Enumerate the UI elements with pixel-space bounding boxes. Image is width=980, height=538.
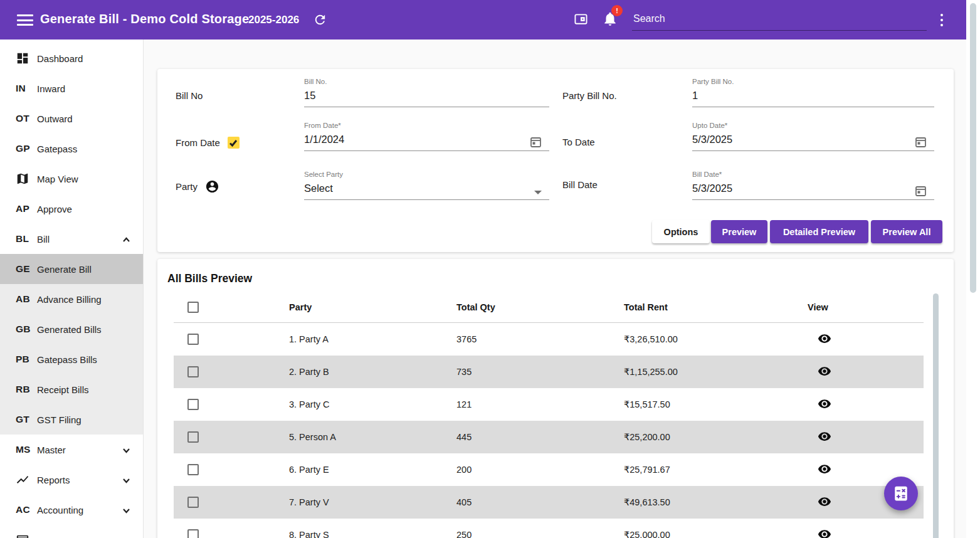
row-checkbox[interactable]: [187, 497, 199, 508]
person-icon: [205, 179, 219, 194]
abbr-badge: GT: [16, 414, 37, 425]
sidebar-item-approve[interactable]: AP Approve: [0, 194, 143, 224]
party-bill-no-input[interactable]: 1: [692, 90, 934, 107]
bill-date-field: Bill Date* 5/3/2025: [692, 171, 934, 200]
from-date-field: From Date* 1/1/2024: [304, 122, 549, 151]
sidebar-item-outward[interactable]: OT Outward: [0, 103, 143, 134]
eye-view-icon[interactable]: [818, 533, 831, 538]
calendar-icon[interactable]: [530, 136, 542, 148]
row-checkbox[interactable]: [187, 399, 199, 410]
refresh-icon[interactable]: [313, 13, 327, 27]
cell-party: 5. Person A: [289, 432, 456, 442]
row-checkbox[interactable]: [187, 334, 199, 345]
row-checkbox[interactable]: [187, 464, 199, 475]
eye-view-icon[interactable]: [818, 403, 831, 413]
row-checkbox[interactable]: [187, 431, 199, 443]
from-date-row-label: From Date: [176, 137, 240, 149]
sidebar-item-label: Master: [37, 445, 66, 455]
calculator-fab-button[interactable]: [884, 477, 918, 510]
upto-date-input[interactable]: 5/3/2025: [692, 134, 934, 151]
preview-all-button[interactable]: Preview All: [871, 220, 942, 243]
from-date-input[interactable]: 1/1/2024: [304, 134, 549, 151]
row-checkbox[interactable]: [187, 366, 199, 377]
cell-total-rent: ₹1,15,255.00: [624, 367, 808, 377]
eye-view-icon[interactable]: [818, 370, 831, 380]
caret-down-icon[interactable]: [534, 191, 542, 194]
party-select-field: Select Party Select: [304, 171, 549, 200]
sidebar-item-dashboard[interactable]: Dashboard: [0, 43, 143, 73]
search-input[interactable]: [632, 8, 927, 31]
party-select[interactable]: Select: [304, 182, 549, 200]
sidebar-item-gatepass[interactable]: GP Gatepass: [0, 134, 143, 164]
table-row: 3. Party C 121 ₹15,517.50: [174, 388, 924, 421]
hamburger-menu-icon[interactable]: [17, 14, 33, 26]
table-scrollbar-thumb[interactable]: [933, 293, 939, 538]
table-row: 8. Party S 250 ₹25,000.00: [174, 519, 924, 538]
options-button[interactable]: Options: [652, 220, 710, 243]
sidebar-item-label: Bill: [37, 234, 50, 245]
sidebar-item-label: Dashboard: [37, 53, 83, 64]
sidebar-item-label: Receipt Bills: [37, 384, 89, 395]
sidebar-item-generated-bills[interactable]: GB Generated Bills: [0, 314, 143, 344]
cell-total-qty: 735: [456, 367, 624, 377]
page-scrollbar-track: [966, 0, 980, 538]
kebab-menu-icon[interactable]: [937, 11, 947, 29]
app-header: Generate Bill - Demo Cold Storage 2025-2…: [0, 0, 966, 40]
table-row: 5. Person A 445 ₹25,200.00: [174, 421, 924, 453]
sidebar-item-label: Map View: [37, 174, 78, 184]
from-date-checkbox[interactable]: [228, 137, 240, 149]
sidebar-item-receipt-bills[interactable]: RB Receipt Bills: [0, 374, 143, 404]
row-checkbox[interactable]: [187, 529, 199, 538]
calendar-icon[interactable]: [915, 185, 927, 197]
sidebar-item-generate-bill[interactable]: GE Generate Bill: [0, 254, 143, 284]
sidebar-item-master[interactable]: MS Master: [0, 435, 143, 465]
cell-party: 7. Party V: [289, 497, 456, 507]
bill-date-input[interactable]: 5/3/2025: [692, 182, 934, 200]
page-scrollbar-thumb[interactable]: [970, 3, 976, 293]
abbr-badge: IN: [16, 83, 37, 94]
panel-icon[interactable]: [574, 13, 587, 26]
party-bill-no-row-label: Party Bill No.: [562, 90, 617, 101]
sidebar-item-gatepass-bills[interactable]: PB Gatepass Bills: [0, 344, 143, 374]
cell-total-rent: ₹25,000.00: [624, 530, 808, 538]
sidebar-item-partial[interactable]: [0, 525, 143, 538]
notification-badge: !: [611, 5, 623, 16]
financial-year-selector[interactable]: 2025-2026: [248, 14, 299, 26]
bill-no-input[interactable]: 15: [304, 90, 549, 107]
detailed-preview-button[interactable]: Detailed Preview: [770, 220, 868, 243]
abbr-badge: RB: [16, 384, 37, 395]
card-icon: [16, 533, 37, 538]
to-date-row-label: To Date: [562, 137, 595, 147]
bills-table-body: 1. Party A 3765 ₹3,26,510.00 2. Party B …: [174, 323, 924, 538]
sidebar-item-bill[interactable]: BL Bill: [0, 224, 143, 254]
sidebar-item-advance-billing[interactable]: AB Advance Billing: [0, 284, 143, 314]
party-row-label: Party: [176, 179, 219, 194]
cell-total-qty: 3765: [456, 334, 624, 344]
eye-view-icon[interactable]: [818, 337, 831, 347]
select-all-checkbox[interactable]: [187, 302, 199, 313]
abbr-badge: MS: [16, 444, 37, 455]
sidebar-nav: Dashboard IN Inward OT Outward GP Gatepa…: [0, 40, 144, 538]
sidebar-item-gst-filing[interactable]: GT GST Filing: [0, 404, 143, 435]
eye-view-icon[interactable]: [818, 500, 831, 510]
column-header-party: Party: [289, 302, 456, 312]
table-row: 2. Party B 735 ₹1,15,255.00: [174, 356, 924, 388]
sidebar-item-reports[interactable]: Reports: [0, 465, 143, 495]
cell-party: 1. Party A: [289, 334, 456, 344]
cell-party: 8. Party S: [289, 530, 456, 538]
sidebar-item-map-view[interactable]: Map View: [0, 164, 143, 194]
bills-table: Party Total Qty Total Rent View 1. Party…: [174, 292, 924, 538]
table-title: All Bills Preview: [167, 272, 252, 285]
cell-total-qty: 250: [456, 530, 624, 538]
eye-view-icon[interactable]: [818, 435, 831, 445]
preview-button[interactable]: Preview: [711, 220, 767, 243]
sidebar-item-label: Approve: [37, 204, 72, 214]
column-header-view: View: [808, 302, 924, 312]
sidebar-item-inward[interactable]: IN Inward: [0, 73, 143, 103]
calendar-icon[interactable]: [915, 136, 927, 148]
sidebar-item-accounting[interactable]: AC Accounting: [0, 495, 143, 525]
column-header-total-qty: Total Qty: [456, 302, 624, 312]
abbr-badge: AB: [16, 293, 37, 305]
abbr-badge: PB: [16, 354, 37, 365]
eye-view-icon[interactable]: [818, 468, 831, 478]
